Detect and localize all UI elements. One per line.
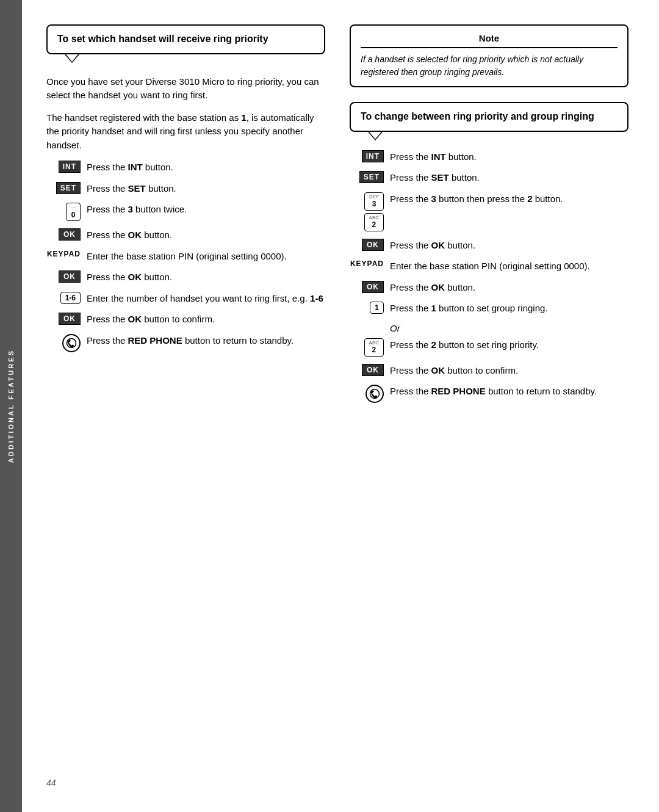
right-badge-set-cell: SET: [350, 171, 384, 183]
abc-label: ABC: [369, 215, 379, 221]
right-step-ok3-text: Press the OK button to confirm.: [390, 364, 628, 378]
num-3-text: 3: [372, 200, 376, 208]
or-divider: Or: [390, 323, 628, 333]
note-title: Note: [361, 33, 618, 48]
right-step-int: INT Press the INT button.: [350, 150, 628, 164]
right-step-1: 1 Press the 1 button to set group ringin…: [350, 302, 628, 316]
num-0-text: 0: [71, 211, 76, 219]
left-step-set-text: Press the SET button.: [87, 182, 325, 196]
right-section-heading-box: To change between ring priority and grou…: [350, 102, 628, 132]
right-badge-phone-cell: [350, 385, 384, 403]
right-step-2abc: ABC 2 Press the 2 button to set ring pri…: [350, 338, 628, 357]
left-para-1: Once you have set your Diverse 3010 Micr…: [46, 75, 325, 103]
arrow-indicator: [65, 54, 325, 63]
num-0-small-label: —: [71, 205, 76, 211]
num-2b-text: 2: [372, 346, 376, 354]
right-badge-ok3-cell: OK: [350, 364, 384, 376]
left-badge-int-cell: INT: [46, 161, 81, 173]
right-ok-badge-2: OK: [362, 281, 384, 293]
left-step-16-text: Enter the number of handset you want to …: [87, 292, 325, 306]
right-badge-int-cell: INT: [350, 150, 384, 162]
right-step-1-text: Press the 1 button to set group ringing.: [390, 302, 628, 316]
left-step-keypad1-text: Enter the base station PIN (original set…: [87, 250, 325, 264]
right-step-32: DEF 3 ABC 2 Press the 3 button then pres…: [350, 192, 628, 231]
right-step-ok3: OK Press the OK button to confirm.: [350, 364, 628, 378]
right-badge-32-cell: DEF 3 ABC 2: [350, 192, 384, 231]
left-step-phone: Press the RED PHONE button to return to …: [46, 334, 325, 352]
right-step-ok2: OK Press the OK button.: [350, 281, 628, 295]
num-2-text: 2: [372, 220, 376, 229]
left-section-heading: To set which handset will receive ring p…: [57, 33, 314, 46]
right-step-2abc-text: Press the 2 button to set ring priority.: [390, 338, 628, 352]
left-step-ok1-text: Press the OK button.: [87, 228, 325, 242]
left-step-ok2: OK Press the OK button.: [46, 270, 325, 285]
note-content: If a handset is selected for ring priori…: [361, 53, 618, 79]
side-tab: ADDITIONAL FEATURES: [0, 0, 22, 812]
left-badge-0-cell: — 0: [46, 203, 81, 221]
right-step-int-text: Press the INT button.: [390, 150, 628, 164]
left-step-16: 1-6 Enter the number of handset you want…: [46, 292, 325, 306]
right-step-set: SET Press the SET button.: [350, 171, 628, 185]
right-step-set-text: Press the SET button.: [390, 171, 628, 185]
left-step-0-text: Press the 3 button twice.: [87, 203, 325, 217]
right-step-ok1-text: Press the OK button.: [390, 239, 628, 253]
main-content: To set which handset will receive ring p…: [22, 0, 659, 812]
left-body-text: Once you have set your Diverse 3010 Micr…: [46, 75, 325, 153]
left-badge-keypad1-cell: KEYPAD: [46, 250, 81, 258]
num-abc2-badge2: ABC 2: [364, 338, 384, 357]
right-step-32-text: Press the 3 button then press the 2 butt…: [390, 192, 628, 206]
left-step-int: INT Press the INT button.: [46, 161, 325, 175]
right-int-badge: INT: [362, 150, 384, 162]
right-arrow-indicator: [368, 132, 628, 140]
abc2-label: ABC: [369, 340, 379, 346]
two-column-layout: To set which handset will receive ring p…: [46, 24, 628, 759]
left-step-ok3-text: Press the OK button to confirm.: [87, 313, 325, 327]
right-step-keypad-text: Enter the base station PIN (original set…: [390, 259, 628, 274]
right-set-badge: SET: [359, 171, 384, 183]
ok-badge-2: OK: [59, 270, 81, 283]
ok-badge-1: OK: [59, 228, 81, 241]
right-badge-1-cell: 1: [350, 302, 384, 314]
left-para-2: The handset registered with the base sta…: [46, 111, 325, 153]
note-box: Note If a handset is selected for ring p…: [350, 24, 628, 87]
left-badge-ok1-cell: OK: [46, 228, 81, 241]
left-section-heading-box: To set which handset will receive ring p…: [46, 24, 325, 54]
right-section-heading: To change between ring priority and grou…: [361, 111, 618, 123]
right-badge-ok1-cell: OK: [350, 239, 384, 251]
ok-badge-3: OK: [59, 313, 81, 325]
phone-icon-left: [62, 334, 81, 352]
right-step-ok1: OK Press the OK button.: [350, 239, 628, 253]
num-0-badge: — 0: [66, 203, 81, 221]
left-badge-ok2-cell: OK: [46, 270, 81, 283]
left-badge-set-cell: SET: [46, 182, 81, 194]
left-step-ok1: OK Press the OK button.: [46, 228, 325, 242]
left-badge-ok3-cell: OK: [46, 313, 81, 325]
int-badge: INT: [59, 161, 81, 173]
left-step-int-text: Press the INT button.: [87, 161, 325, 175]
right-badge-keypad-cell: KEYPAD: [350, 259, 384, 268]
left-badge-16-cell: 1-6: [46, 292, 81, 304]
right-badge-ok2-cell: OK: [350, 281, 384, 293]
right-step-ok2-text: Press the OK button.: [390, 281, 628, 295]
side-tab-label: ADDITIONAL FEATURES: [7, 349, 15, 463]
def-label: DEF: [369, 194, 379, 200]
left-step-0: — 0 Press the 3 button twice.: [46, 203, 325, 221]
right-ok-badge-1: OK: [362, 239, 384, 251]
phone-icon-right: [366, 385, 384, 403]
page-container: ADDITIONAL FEATURES To set which handset…: [0, 0, 659, 812]
keypad-badge-1: KEYPAD: [47, 250, 81, 258]
right-step-phone: Press the RED PHONE button to return to …: [350, 385, 628, 403]
right-column: Note If a handset is selected for ring p…: [350, 24, 628, 759]
right-step-phone-text: Press the RED PHONE button to return to …: [390, 385, 628, 399]
left-step-keypad1: KEYPAD Enter the base station PIN (origi…: [46, 250, 325, 264]
left-step-phone-text: Press the RED PHONE button to return to …: [87, 334, 325, 348]
num-abc2-badge: ABC 2: [364, 213, 384, 231]
left-step-set: SET Press the SET button.: [46, 182, 325, 196]
left-step-ok2-text: Press the OK button.: [87, 270, 325, 285]
right-keypad-badge: KEYPAD: [350, 259, 384, 268]
right-step-keypad: KEYPAD Enter the base station PIN (origi…: [350, 259, 628, 274]
set-badge: SET: [56, 182, 81, 194]
left-badge-phone-cell: [46, 334, 81, 352]
right-badge-2abc-cell: ABC 2: [350, 338, 384, 357]
left-column: To set which handset will receive ring p…: [46, 24, 325, 759]
